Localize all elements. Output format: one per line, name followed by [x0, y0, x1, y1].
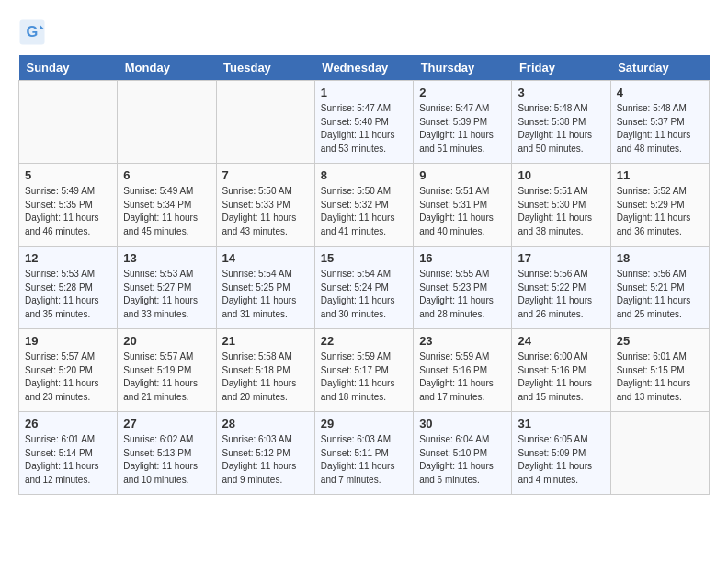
day-info: Sunrise: 5:56 AM Sunset: 5:22 PM Dayligh…	[518, 268, 604, 321]
weekday-header-row: SundayMondayTuesdayWednesdayThursdayFrid…	[19, 55, 710, 81]
day-info: Sunrise: 6:00 AM Sunset: 5:16 PM Dayligh…	[518, 350, 604, 404]
calendar-cell: 15Sunrise: 5:54 AM Sunset: 5:24 PM Dayli…	[314, 247, 413, 329]
calendar-cell: 12Sunrise: 5:53 AM Sunset: 5:28 PM Dayli…	[19, 247, 118, 329]
day-number: 17	[518, 251, 604, 265]
day-info: Sunrise: 6:04 AM Sunset: 5:10 PM Dayligh…	[419, 433, 506, 487]
day-number: 2	[419, 86, 506, 99]
day-info: Sunrise: 6:01 AM Sunset: 5:15 PM Dayligh…	[617, 350, 703, 404]
calendar-cell: 31Sunrise: 6:05 AM Sunset: 5:09 PM Dayli…	[512, 412, 610, 495]
calendar-cell: 26Sunrise: 6:01 AM Sunset: 5:14 PM Dayli…	[19, 412, 118, 495]
day-info: Sunrise: 6:03 AM Sunset: 5:11 PM Dayligh…	[321, 433, 407, 487]
calendar-week-row: 1Sunrise: 5:47 AM Sunset: 5:40 PM Daylig…	[19, 81, 710, 164]
weekday-header-thursday: Thursday	[414, 55, 512, 81]
day-info: Sunrise: 6:05 AM Sunset: 5:09 PM Dayligh…	[518, 433, 604, 487]
day-info: Sunrise: 5:49 AM Sunset: 5:35 PM Dayligh…	[25, 185, 111, 238]
day-info: Sunrise: 5:47 AM Sunset: 5:40 PM Dayligh…	[321, 102, 407, 155]
day-number: 21	[222, 334, 309, 348]
calendar-cell: 20Sunrise: 5:57 AM Sunset: 5:19 PM Dayli…	[118, 329, 216, 412]
day-number: 28	[222, 417, 309, 431]
weekday-header-wednesday: Wednesday	[314, 55, 413, 81]
weekday-header-sunday: Sunday	[19, 55, 118, 81]
day-number: 11	[617, 168, 703, 182]
calendar-cell: 6Sunrise: 5:49 AM Sunset: 5:34 PM Daylig…	[118, 164, 216, 247]
logo: G	[18, 18, 50, 46]
day-number: 10	[518, 168, 604, 182]
day-number: 8	[321, 168, 407, 182]
calendar-cell	[19, 81, 118, 164]
day-info: Sunrise: 5:53 AM Sunset: 5:27 PM Dayligh…	[123, 268, 210, 321]
calendar-cell: 30Sunrise: 6:04 AM Sunset: 5:10 PM Dayli…	[414, 412, 512, 495]
day-number: 25	[617, 334, 703, 348]
day-info: Sunrise: 5:50 AM Sunset: 5:33 PM Dayligh…	[222, 185, 309, 238]
calendar-cell: 24Sunrise: 6:00 AM Sunset: 5:16 PM Dayli…	[512, 329, 610, 412]
day-number: 26	[25, 417, 111, 431]
day-info: Sunrise: 6:03 AM Sunset: 5:12 PM Dayligh…	[222, 433, 309, 487]
day-info: Sunrise: 5:47 AM Sunset: 5:39 PM Dayligh…	[419, 102, 506, 155]
calendar-cell: 14Sunrise: 5:54 AM Sunset: 5:25 PM Dayli…	[216, 247, 314, 329]
day-info: Sunrise: 5:57 AM Sunset: 5:19 PM Dayligh…	[123, 350, 210, 404]
day-number: 16	[419, 251, 506, 265]
day-number: 29	[321, 417, 407, 431]
page-header: G	[18, 18, 710, 46]
weekday-header-saturday: Saturday	[610, 55, 709, 81]
day-info: Sunrise: 5:58 AM Sunset: 5:18 PM Dayligh…	[222, 350, 309, 404]
calendar-week-row: 12Sunrise: 5:53 AM Sunset: 5:28 PM Dayli…	[19, 247, 710, 329]
calendar-week-row: 26Sunrise: 6:01 AM Sunset: 5:14 PM Dayli…	[19, 412, 710, 495]
calendar-cell	[610, 412, 709, 495]
calendar-table: SundayMondayTuesdayWednesdayThursdayFrid…	[18, 55, 710, 495]
day-number: 7	[222, 168, 309, 182]
calendar-cell: 22Sunrise: 5:59 AM Sunset: 5:17 PM Dayli…	[314, 329, 413, 412]
day-number: 12	[25, 251, 111, 265]
day-info: Sunrise: 5:48 AM Sunset: 5:38 PM Dayligh…	[518, 102, 604, 155]
calendar-cell: 27Sunrise: 6:02 AM Sunset: 5:13 PM Dayli…	[118, 412, 216, 495]
day-info: Sunrise: 5:56 AM Sunset: 5:21 PM Dayligh…	[617, 268, 703, 321]
calendar-cell: 10Sunrise: 5:51 AM Sunset: 5:30 PM Dayli…	[512, 164, 610, 247]
calendar-cell	[118, 81, 216, 164]
day-number: 3	[518, 86, 604, 99]
logo-icon: G	[18, 18, 46, 46]
day-info: Sunrise: 5:53 AM Sunset: 5:28 PM Dayligh…	[25, 268, 111, 321]
calendar-cell: 5Sunrise: 5:49 AM Sunset: 5:35 PM Daylig…	[19, 164, 118, 247]
calendar-cell: 11Sunrise: 5:52 AM Sunset: 5:29 PM Dayli…	[610, 164, 709, 247]
calendar-cell: 9Sunrise: 5:51 AM Sunset: 5:31 PM Daylig…	[414, 164, 512, 247]
day-info: Sunrise: 5:54 AM Sunset: 5:25 PM Dayligh…	[222, 268, 309, 321]
calendar-week-row: 19Sunrise: 5:57 AM Sunset: 5:20 PM Dayli…	[19, 329, 710, 412]
calendar-cell	[216, 81, 314, 164]
day-number: 5	[25, 168, 111, 182]
calendar-cell: 19Sunrise: 5:57 AM Sunset: 5:20 PM Dayli…	[19, 329, 118, 412]
day-info: Sunrise: 5:52 AM Sunset: 5:29 PM Dayligh…	[617, 185, 703, 238]
calendar-cell: 7Sunrise: 5:50 AM Sunset: 5:33 PM Daylig…	[216, 164, 314, 247]
day-info: Sunrise: 5:59 AM Sunset: 5:16 PM Dayligh…	[419, 350, 506, 404]
day-info: Sunrise: 5:48 AM Sunset: 5:37 PM Dayligh…	[617, 102, 703, 155]
weekday-header-monday: Monday	[118, 55, 216, 81]
weekday-header-tuesday: Tuesday	[216, 55, 314, 81]
calendar-cell: 29Sunrise: 6:03 AM Sunset: 5:11 PM Dayli…	[314, 412, 413, 495]
day-info: Sunrise: 5:51 AM Sunset: 5:31 PM Dayligh…	[419, 185, 506, 238]
day-number: 30	[419, 417, 506, 431]
day-info: Sunrise: 6:01 AM Sunset: 5:14 PM Dayligh…	[25, 433, 111, 487]
day-number: 19	[25, 334, 111, 348]
day-number: 23	[419, 334, 506, 348]
calendar-week-row: 5Sunrise: 5:49 AM Sunset: 5:35 PM Daylig…	[19, 164, 710, 247]
day-number: 22	[321, 334, 407, 348]
day-number: 6	[123, 168, 210, 182]
calendar-cell: 4Sunrise: 5:48 AM Sunset: 5:37 PM Daylig…	[610, 81, 709, 164]
day-number: 15	[321, 251, 407, 265]
calendar-cell: 17Sunrise: 5:56 AM Sunset: 5:22 PM Dayli…	[512, 247, 610, 329]
day-info: Sunrise: 5:55 AM Sunset: 5:23 PM Dayligh…	[419, 268, 506, 321]
day-info: Sunrise: 5:50 AM Sunset: 5:32 PM Dayligh…	[321, 185, 407, 238]
calendar-cell: 3Sunrise: 5:48 AM Sunset: 5:38 PM Daylig…	[512, 81, 610, 164]
calendar-cell: 8Sunrise: 5:50 AM Sunset: 5:32 PM Daylig…	[314, 164, 413, 247]
day-info: Sunrise: 6:02 AM Sunset: 5:13 PM Dayligh…	[123, 433, 210, 487]
day-number: 1	[321, 86, 407, 99]
day-info: Sunrise: 5:54 AM Sunset: 5:24 PM Dayligh…	[321, 268, 407, 321]
day-number: 14	[222, 251, 309, 265]
calendar-cell: 21Sunrise: 5:58 AM Sunset: 5:18 PM Dayli…	[216, 329, 314, 412]
calendar-cell: 25Sunrise: 6:01 AM Sunset: 5:15 PM Dayli…	[610, 329, 709, 412]
day-info: Sunrise: 5:49 AM Sunset: 5:34 PM Dayligh…	[123, 185, 210, 238]
day-info: Sunrise: 5:59 AM Sunset: 5:17 PM Dayligh…	[321, 350, 407, 404]
day-number: 9	[419, 168, 506, 182]
calendar-cell: 16Sunrise: 5:55 AM Sunset: 5:23 PM Dayli…	[414, 247, 512, 329]
day-number: 31	[518, 417, 604, 431]
day-info: Sunrise: 5:57 AM Sunset: 5:20 PM Dayligh…	[25, 350, 111, 404]
